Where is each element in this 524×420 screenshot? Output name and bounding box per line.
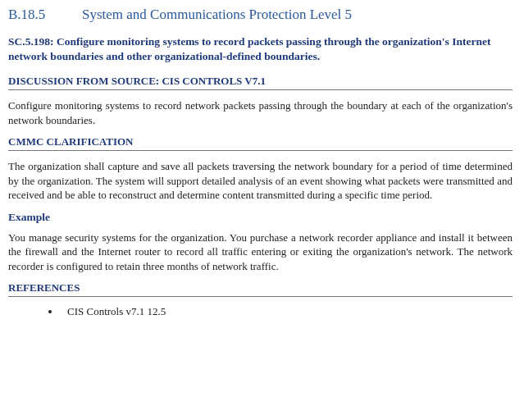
clarification-text: The organization shall capture and save … [8,159,513,203]
reference-item: CIS Controls v7.1 12.5 [61,305,513,318]
section-number: B.18.5 [8,7,82,23]
section-title-text: System and Communications Protection Lev… [82,7,352,23]
example-text: You manage security systems for the orga… [8,231,513,274]
document-page: B.18.5 System and Communications Protect… [0,0,524,325]
references-label: REFERENCES [8,281,513,297]
references-list: CIS Controls v7.1 12.5 [8,305,513,318]
discussion-text: Configure monitoring systems to record n… [8,98,513,127]
section-title: B.18.5 System and Communications Protect… [8,7,513,23]
discussion-label: DISCUSSION FROM SOURCE: CIS CONTROLS V7.… [8,75,513,90]
example-label: Example [8,211,513,224]
clarification-label: CMMC CLARIFICATION [8,135,513,151]
requirement-heading: SC.5.198: Configure monitoring systems t… [8,34,513,63]
